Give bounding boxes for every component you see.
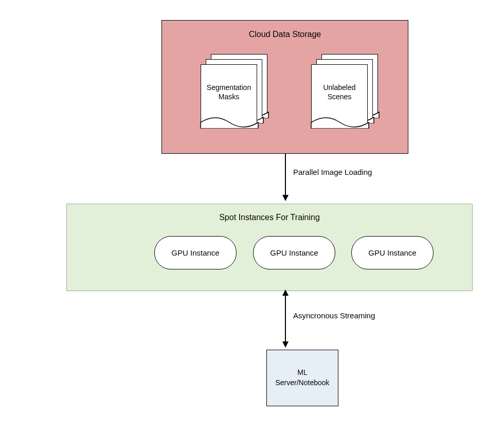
gpu-instance: GPU Instance (253, 236, 335, 269)
unlabeled-scenes-docs: Unlabeled Scenes (311, 54, 381, 126)
cloud-data-storage-box: Cloud Data Storage Segmentation Masks Un… (161, 20, 408, 154)
edge-label-async-streaming: Asyncronous Streaming (293, 311, 375, 320)
doc-label: Segmentation Masks (201, 83, 257, 101)
arrowhead-up-icon (282, 290, 289, 296)
gpu-instance: GPU Instance (351, 236, 434, 269)
arrowhead-down-icon (282, 195, 289, 201)
edge-label-parallel-loading: Parallel Image Loading (293, 168, 372, 176)
cloud-storage-title: Cloud Data Storage (162, 30, 408, 39)
arrow-training-to-notebook (285, 291, 286, 341)
spot-instances-title: Spot Instances For Training (67, 213, 472, 222)
doc-label: Unlabeled Scenes (312, 83, 367, 101)
doc-page-icon: Unlabeled Scenes (311, 64, 368, 129)
spot-instances-box: Spot Instances For Training GPU Instance… (66, 204, 473, 291)
ml-notebook-label: ML Server/Notebook (275, 368, 329, 388)
gpu-instance: GPU Instance (154, 236, 237, 269)
doc-page-icon: Segmentation Masks (201, 64, 257, 129)
segmentation-masks-docs: Segmentation Masks (201, 54, 270, 126)
ml-server-notebook-box: ML Server/Notebook (266, 350, 338, 406)
arrowhead-down-icon (282, 341, 289, 348)
arrow-storage-to-training (285, 154, 286, 195)
